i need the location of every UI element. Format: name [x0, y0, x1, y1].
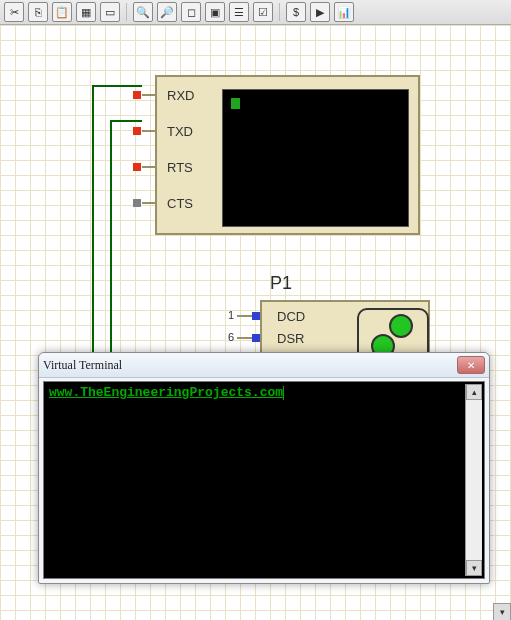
titlebar[interactable]: Virtual Terminal — [39, 353, 489, 378]
search-icon[interactable]: 🔎 — [157, 2, 177, 22]
component-virtual-terminal[interactable]: RXDTXDRTSCTS — [155, 75, 420, 235]
pin-label: CTS — [167, 196, 193, 211]
pin-label: TXD — [167, 124, 193, 139]
pin-marker — [133, 163, 141, 171]
close-button[interactable] — [457, 356, 485, 374]
pin-label: RTS — [167, 160, 193, 175]
toolbar: ✂⎘📋▦▭🔍🔎◻▣☰☑$▶📊 — [0, 0, 511, 25]
sheet-icon[interactable]: ▣ — [205, 2, 225, 22]
wire — [92, 85, 142, 87]
paste-icon[interactable]: 📋 — [52, 2, 72, 22]
pin-marker — [133, 91, 141, 99]
toolbar-separator — [126, 3, 127, 21]
pin-stub — [142, 166, 157, 168]
wire — [110, 120, 112, 370]
pin-marker — [133, 199, 141, 207]
sim-icon[interactable]: ▶ — [310, 2, 330, 22]
pin-label: RXD — [167, 88, 194, 103]
virtual-terminal-window[interactable]: Virtual Terminal www.TheEngineeringProje… — [38, 352, 490, 584]
scrollbar[interactable]: ▴ ▾ — [465, 384, 482, 576]
pin-marker — [133, 127, 141, 135]
pin-stub — [142, 94, 157, 96]
text-caret-icon — [283, 386, 284, 400]
bom-icon[interactable]: $ — [286, 2, 306, 22]
pin-number: 1 — [222, 309, 234, 321]
grid-icon[interactable]: ▦ — [76, 2, 96, 22]
pin-number: 6 — [222, 331, 234, 343]
scroll-down-button[interactable]: ▾ — [493, 603, 511, 620]
pin-marker — [252, 334, 260, 342]
pin-label: DSR — [277, 331, 304, 346]
pin-stub — [142, 202, 157, 204]
led-icon — [389, 314, 413, 338]
pin-marker — [252, 312, 260, 320]
select-icon[interactable]: ▭ — [100, 2, 120, 22]
component-ref-p1: P1 — [270, 273, 292, 294]
pin-stub — [142, 130, 157, 132]
props-icon[interactable]: ☑ — [253, 2, 273, 22]
scroll-up-button[interactable]: ▴ — [466, 384, 482, 400]
pin-label: DCD — [277, 309, 305, 324]
vt-mini-screen — [222, 89, 409, 227]
wire — [92, 85, 94, 369]
toolbar-separator — [279, 3, 280, 21]
scroll-down-button[interactable]: ▾ — [466, 560, 482, 576]
cursor-icon — [231, 98, 240, 109]
copy-icon[interactable]: ⎘ — [28, 2, 48, 22]
chart-icon[interactable]: 📊 — [334, 2, 354, 22]
layers-icon[interactable]: ☰ — [229, 2, 249, 22]
terminal-text[interactable]: www.TheEngineeringProjects.com — [46, 384, 466, 576]
terminal-body: www.TheEngineeringProjects.com ▴ ▾ — [43, 381, 485, 579]
zoom-icon[interactable]: 🔍 — [133, 2, 153, 22]
window-title: Virtual Terminal — [43, 358, 457, 373]
wire — [110, 120, 142, 122]
nav-icon[interactable]: ◻ — [181, 2, 201, 22]
cut-icon[interactable]: ✂ — [4, 2, 24, 22]
